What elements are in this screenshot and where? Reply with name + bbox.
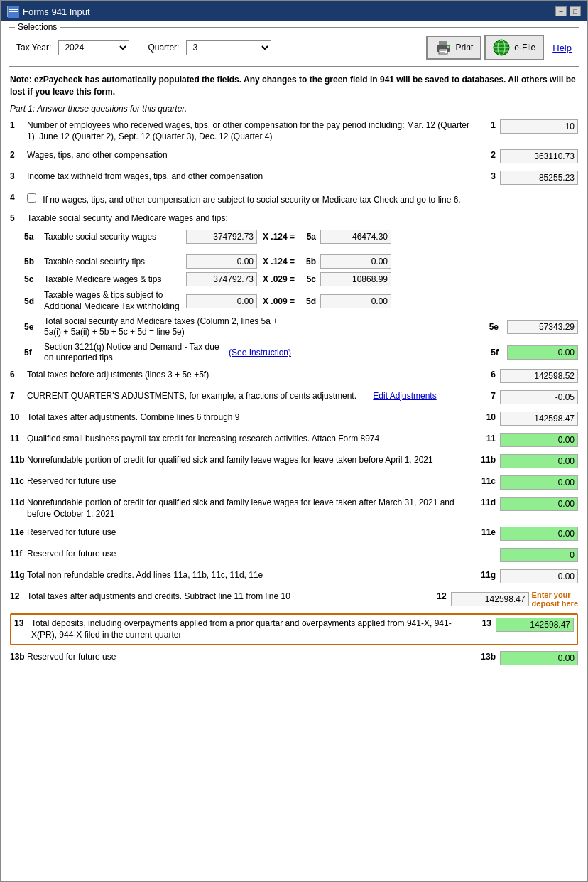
- form-row-11f: 11f Reserved for future use: [10, 547, 578, 564]
- minimize-button[interactable]: –: [555, 6, 567, 16]
- row-label-2: 2: [480, 149, 500, 160]
- maximize-button[interactable]: □: [570, 6, 581, 16]
- main-window: Forms 941 Input – □ Selections Tax Year:…: [0, 0, 588, 882]
- multiplier-5d: X .009 =: [263, 296, 295, 306]
- multiplier-5c: X .029 =: [263, 274, 295, 284]
- row-label-11: 11: [480, 433, 500, 443]
- field-5c-result[interactable]: [320, 272, 391, 286]
- row-num-13: 13: [14, 618, 31, 628]
- field-5a-result[interactable]: [320, 230, 391, 244]
- checkbox-4[interactable]: [27, 193, 36, 203]
- svg-rect-7: [440, 50, 446, 51]
- print-button[interactable]: Print: [426, 36, 482, 60]
- field-5d-input[interactable]: [186, 294, 257, 308]
- selections-group: Selections Tax Year: 2024 Quarter: 3: [9, 27, 579, 67]
- form-row-4: 4 If no wages, tips, and other compensat…: [10, 190, 578, 207]
- form-row-2: 2 Wages, tips, and other compensation 2: [10, 148, 578, 165]
- form-row-11b: 11b Nonrefundable portion of credit for …: [10, 453, 578, 470]
- svg-rect-8: [440, 52, 445, 53]
- field-12[interactable]: [451, 592, 529, 606]
- sub-num-5c: 5c: [24, 274, 44, 284]
- field-10[interactable]: [500, 412, 578, 426]
- row-num-1: 1: [10, 119, 27, 130]
- row-num-11e: 11e: [10, 527, 27, 537]
- field-6[interactable]: [500, 369, 578, 383]
- row-desc-11f: Reserved for future use: [27, 548, 500, 559]
- row-label-7: 7: [480, 390, 500, 401]
- row-num-11c: 11c: [10, 475, 27, 486]
- result-label-5a: 5a: [300, 232, 320, 242]
- row-label-11b: 11b: [480, 454, 500, 465]
- row-desc-6: Total taxes before adjustments (lines 3 …: [27, 369, 480, 380]
- field-1[interactable]: [500, 119, 578, 134]
- svg-point-9: [447, 46, 449, 48]
- row-label-11c: 11c: [480, 475, 500, 486]
- row-num-2: 2: [10, 149, 27, 160]
- tax-year-select[interactable]: 2024: [58, 40, 129, 55]
- edit-adjustments-link[interactable]: Edit Adjustments: [373, 391, 436, 401]
- row-num-3: 3: [10, 171, 27, 181]
- field-13[interactable]: [496, 618, 574, 632]
- row-label-6: 6: [480, 369, 500, 380]
- row-desc-10: Total taxes after adjustments. Combine l…: [27, 412, 480, 423]
- form-content: Selections Tax Year: 2024 Quarter: 3: [1, 21, 587, 881]
- efile-label: e-File: [514, 43, 535, 53]
- efile-button[interactable]: e-File: [484, 35, 544, 60]
- row-num-7: 7: [10, 390, 27, 401]
- field-5d-result[interactable]: [320, 294, 391, 308]
- form-row-13: 13 Total deposits, including overpayment…: [10, 613, 578, 645]
- sub-row-5c: 5c Taxable Medicare wages & tips X .029 …: [10, 272, 578, 286]
- field-11b[interactable]: [500, 454, 578, 468]
- field-11d[interactable]: [500, 497, 578, 511]
- sub-num-5e: 5e: [24, 322, 44, 332]
- row-12-value-area: Enter yourdeposit here: [451, 591, 578, 608]
- help-link[interactable]: Help: [552, 43, 572, 53]
- row-num-11: 11: [10, 433, 27, 443]
- field-5b-input[interactable]: [186, 254, 257, 269]
- field-3[interactable]: [500, 171, 578, 185]
- note-text: Note: ezPaycheck has automatically popul…: [1, 71, 587, 102]
- field-5b-result[interactable]: [320, 254, 391, 269]
- field-2[interactable]: [500, 149, 578, 163]
- form-row-10: 10 Total taxes after adjustments. Combin…: [10, 410, 578, 427]
- field-11g[interactable]: [500, 569, 578, 583]
- form-row-3: 3 Income tax withheld from wages, tips, …: [10, 169, 578, 186]
- row-label-12: 12: [431, 591, 451, 601]
- row-num-10: 10: [10, 412, 27, 422]
- field-5e-result[interactable]: [507, 320, 578, 334]
- sub-row-5b: 5b Taxable social security tips X .124 =…: [10, 254, 578, 269]
- sub-num-5f: 5f: [24, 348, 44, 357]
- form-row-7: 7 CURRENT QUARTER'S ADJUSTMENTS, for exa…: [10, 389, 578, 406]
- field-13b[interactable]: [500, 651, 578, 665]
- result-label-5d: 5d: [300, 296, 320, 306]
- field-7[interactable]: [500, 390, 578, 404]
- svg-rect-5: [439, 41, 447, 45]
- form-row-12: 12 Total taxes after adjustments and cre…: [10, 589, 578, 609]
- field-11f[interactable]: [500, 548, 578, 562]
- result-label-5c: 5c: [300, 274, 320, 284]
- row-label-11e: 11e: [480, 527, 500, 537]
- deposit-note: Enter yourdeposit here: [532, 591, 578, 608]
- sub-desc-5e: Total social security and Medicare taxes…: [44, 316, 285, 338]
- quarter-select[interactable]: 3: [186, 40, 271, 55]
- toolbar-buttons: Print e-File Help: [426, 35, 572, 60]
- row-desc-13: Total deposits, including overpayments a…: [31, 618, 476, 640]
- sub-row-5e: 5e Total social security and Medicare ta…: [10, 316, 578, 338]
- row-num-6: 6: [10, 369, 27, 380]
- row-desc-1: Number of employees who received wages, …: [27, 119, 480, 142]
- field-11e[interactable]: [500, 527, 578, 541]
- row-num-4: 4: [10, 192, 27, 203]
- row-label-1: 1: [480, 119, 500, 130]
- see-instruction-link[interactable]: (See Instruction): [229, 348, 291, 357]
- row-desc-11c: Reserved for future use: [27, 475, 480, 487]
- field-5c-input[interactable]: [186, 272, 257, 286]
- row-num-11b: 11b: [10, 454, 27, 465]
- selections-row: Tax Year: 2024 Quarter: 3: [16, 35, 572, 60]
- field-11c[interactable]: [500, 475, 578, 490]
- field-5f-result[interactable]: [507, 345, 578, 360]
- field-11[interactable]: [500, 433, 578, 447]
- field-5a-input[interactable]: [186, 230, 257, 244]
- svg-rect-1: [9, 9, 18, 10]
- title-bar-controls: – □: [555, 6, 581, 16]
- globe-icon: [493, 39, 510, 56]
